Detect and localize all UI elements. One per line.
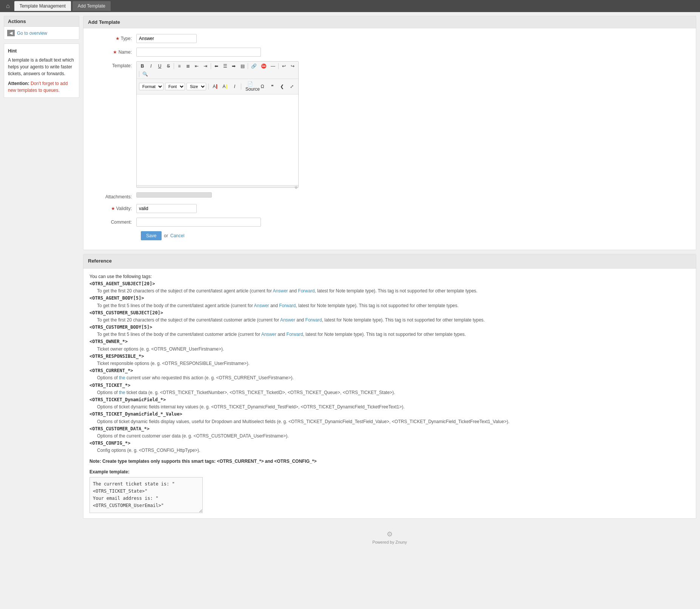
hint-section: Hint A template is a default text which …	[4, 43, 79, 98]
cancel-button[interactable]: Cancel	[170, 233, 184, 238]
type-input[interactable]	[136, 34, 197, 43]
validity-row: ★ Validity:	[91, 204, 688, 213]
tag-7-desc: Options of the ticket data (e. g. <OTRS_…	[89, 389, 690, 396]
toolbar-row1: B I U S ≡ ≣ ⇤ ⇥ ⬅ ☰ ➡	[137, 62, 298, 79]
name-input[interactable]	[136, 48, 261, 57]
hint-text: A template is a default text which helps…	[8, 57, 75, 77]
main-content: Add Template ★ Type: ★ Name:	[83, 16, 696, 552]
editor-body[interactable]	[137, 94, 298, 185]
unlink-button[interactable]: ⛔	[259, 62, 268, 70]
comment-label: Comment:	[91, 218, 136, 225]
blockquote-button[interactable]: ❮	[278, 83, 286, 90]
button-row: Save or Cancel	[91, 231, 688, 240]
bg-color-button[interactable]: A	[220, 83, 229, 90]
sidebar: Actions ◀ Go to overview Hint A template…	[4, 16, 79, 552]
justify-right-button[interactable]: ➡	[230, 62, 238, 70]
tag-11: <OTRS_CONFIG_*>	[89, 441, 130, 446]
save-button[interactable]: Save	[141, 231, 162, 240]
actions-section: Actions ◀ Go to overview	[4, 16, 79, 40]
tag-9: <OTRS_TICKET_DynamicField_*_Value>	[89, 411, 182, 417]
source-button[interactable]: 📄 Source	[244, 80, 257, 93]
justify-full-button[interactable]: ▤	[238, 62, 247, 70]
tag-5-desc: Ticket responsible options (e. g. <OTRS_…	[89, 360, 690, 367]
tag-3-desc: To get the first 5 lines of the body of …	[89, 331, 690, 338]
tag-6: <OTRS_CURRENT_*>	[89, 368, 133, 373]
underline-button[interactable]: U	[156, 62, 164, 70]
bold-button[interactable]: B	[138, 62, 146, 70]
name-label: ★ Name:	[91, 48, 136, 55]
bg-color-swatch	[226, 84, 227, 89]
sidebar-btn-row: ◀ Go to overview	[4, 27, 79, 39]
tag-9-desc: Options of ticket dynamic fields display…	[89, 418, 690, 425]
font-color-swatch	[216, 84, 217, 89]
attachment-progress-bar	[136, 192, 212, 198]
editor-container: B I U S ≡ ≣ ⇤ ⇥ ⬅ ☰ ➡	[136, 61, 299, 188]
hr-button[interactable]: —	[269, 62, 277, 70]
reference-header: Reference	[83, 254, 696, 269]
redo-button[interactable]: ↪	[288, 62, 297, 70]
home-icon[interactable]: ⌂	[3, 1, 13, 11]
add-template-header: Add Template	[83, 16, 696, 28]
example-label: Example template:	[89, 468, 690, 476]
template-label: Template:	[91, 61, 136, 68]
omega-button[interactable]: Ω	[258, 83, 267, 90]
justify-left-button[interactable]: ⬅	[212, 62, 220, 70]
format-select[interactable]: Format	[139, 83, 163, 90]
example-template-section: Example template: The current ticket sta…	[89, 468, 690, 513]
reference-note: Note: Create type templates only support…	[89, 458, 690, 465]
footer-logo-icon: ⚙	[91, 530, 689, 538]
tag-4: <OTRS_OWNER_*>	[89, 339, 128, 344]
tab-add-template[interactable]: Add Template	[72, 1, 111, 11]
tag-3: <OTRS_CUSTOMER_BODY[5]>	[89, 325, 152, 330]
tag-4-desc: Ticket owner options (e. g. <OTRS_OWNER_…	[89, 346, 690, 353]
outdent-button[interactable]: ⇤	[193, 62, 201, 70]
type-required-star: ★	[116, 36, 120, 41]
tag-0: <OTRS_AGENT_SUBJECT[20]>	[89, 281, 155, 286]
unordered-list-button[interactable]: ≡	[175, 62, 183, 70]
font-color-button[interactable]: A	[211, 83, 219, 90]
ordered-list-button[interactable]: ≣	[184, 62, 192, 70]
source-icon: 📄	[247, 81, 253, 87]
arrow-button[interactable]: ◀	[7, 30, 15, 36]
attention-label: Attention:	[8, 81, 29, 86]
tag-10: <OTRS_CUSTOMER_DATA_*>	[89, 426, 150, 431]
justify-center-button[interactable]: ☰	[221, 62, 229, 70]
indent-button[interactable]: ⇥	[201, 62, 210, 70]
sep3	[248, 63, 248, 69]
reference-section: Reference You can use the following tags…	[83, 254, 696, 519]
comment-input[interactable]	[136, 218, 261, 227]
italic-button[interactable]: I	[147, 62, 155, 70]
strikethrough-button[interactable]: S	[164, 62, 173, 70]
main-layout: Actions ◀ Go to overview Hint A template…	[0, 12, 700, 556]
form-area: ★ Type: ★ Name: Template:	[83, 28, 696, 250]
name-required-star: ★	[113, 49, 117, 55]
find-button[interactable]: 🔍	[140, 70, 150, 78]
bg-color-label: A	[222, 84, 225, 89]
size-select[interactable]: Size	[187, 83, 206, 90]
tag-10-desc: Options of the current customer user dat…	[89, 433, 690, 440]
reference-intro: You can use the following tags:	[89, 273, 690, 280]
validity-label: ★ Validity:	[91, 204, 136, 211]
font-select[interactable]: Font	[165, 83, 185, 90]
maximize-button[interactable]: ⤢	[288, 83, 296, 90]
validity-input[interactable]	[136, 204, 197, 213]
tag-5: <OTRS_RESPONSIBLE_*>	[89, 354, 144, 359]
tag-2-desc: To get the first 20 characters of the su…	[89, 317, 690, 324]
tag-1-desc: To get the first 5 lines of the body of …	[89, 302, 690, 309]
sep2	[211, 63, 211, 69]
tag-6-desc: Options of the current user who requeste…	[89, 374, 690, 382]
toolbar-row2: Format Font Size A	[137, 79, 298, 94]
undo-button[interactable]: ↩	[280, 62, 288, 70]
sep4	[278, 63, 279, 69]
example-line1: The current ticket state is: "<OTRS_TICK…	[93, 481, 199, 495]
link-button[interactable]: 🔗	[249, 62, 259, 70]
type-row: ★ Type:	[91, 34, 688, 43]
tab-template-management[interactable]: Template Management	[14, 1, 71, 11]
go-to-overview-link[interactable]: Go to overview	[17, 31, 47, 36]
example-line2: Your email address is: "<OTRS_CUSTOMER_U…	[93, 495, 199, 509]
sep1	[174, 63, 174, 69]
type-label: ★ Type:	[91, 34, 136, 41]
italic-small-button[interactable]: I	[230, 83, 239, 90]
editor-resize[interactable]: ⟱	[137, 185, 298, 187]
quote-button[interactable]: ❝	[268, 83, 276, 90]
